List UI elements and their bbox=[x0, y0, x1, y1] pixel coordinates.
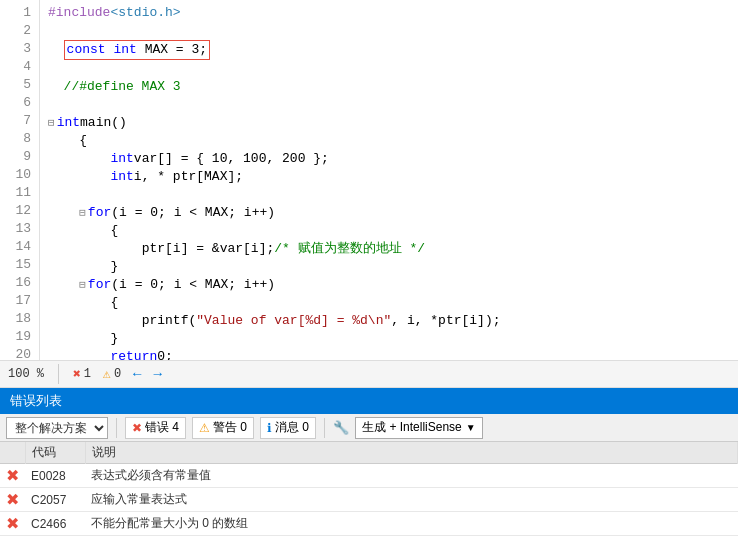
code-line-6 bbox=[48, 96, 730, 114]
line-numbers: 1 2 3 4 5 6 7 8 9 10 11 12 13 14 15 16 1… bbox=[0, 0, 40, 360]
ptr-assign: ptr[i] = &var[i]; bbox=[142, 240, 275, 258]
fold-icon-7[interactable]: ⊟ bbox=[48, 114, 55, 132]
comment-define: //#define MAX 3 bbox=[64, 78, 181, 96]
error-number: 1 bbox=[84, 367, 91, 381]
nav-left-arrow[interactable]: ← bbox=[133, 366, 141, 382]
highlighted-statement: const int MAX = 3; bbox=[64, 40, 210, 60]
table-header-row: 代码 说明 bbox=[0, 442, 738, 464]
zoom-level: 100 % bbox=[8, 367, 44, 381]
desc-c2057: 应输入常量表达式 bbox=[91, 492, 187, 506]
code-line-2 bbox=[48, 22, 730, 40]
code-editor: 1 2 3 4 5 6 7 8 9 10 11 12 13 14 15 16 1… bbox=[0, 0, 738, 360]
code-line-1: #include <stdio.h> bbox=[48, 4, 730, 22]
printf-args: , i, *ptr[i]); bbox=[391, 312, 500, 330]
include-path: <stdio.h> bbox=[110, 4, 180, 22]
return-kw: return bbox=[110, 348, 157, 360]
col-header-desc: 说明 bbox=[85, 442, 738, 464]
code-e0028: E0028 bbox=[31, 469, 66, 483]
code-c2057: C2057 bbox=[31, 493, 66, 507]
row-desc-c2133: "ptr": 未知的大小 bbox=[85, 536, 738, 542]
warning-icon-status: ⚠ bbox=[103, 366, 111, 382]
error-row-c2133[interactable]: ✖ C2133 "ptr": 未知的大小 bbox=[0, 536, 738, 542]
row-icon-c2466: ✖ bbox=[0, 512, 25, 536]
int-kw: int bbox=[113, 42, 136, 57]
fold-icon-16[interactable]: ⊟ bbox=[79, 276, 86, 294]
error-panel-title: 错误列表 bbox=[0, 388, 738, 414]
build-button[interactable]: 生成 + IntelliSense ▼ bbox=[355, 417, 483, 439]
code-line-15: } bbox=[48, 258, 730, 276]
error-row-c2466[interactable]: ✖ C2466 不能分配常量大小为 0 的数组 bbox=[0, 512, 738, 536]
preprocessor: #include bbox=[48, 4, 110, 22]
error-badge-label: 错误 4 bbox=[145, 419, 179, 436]
code-line-4 bbox=[48, 60, 730, 78]
error-panel-toolbar: 整个解决方案 ✖ 错误 4 ⚠ 警告 0 ℹ 消息 0 🔧 生成 + Intel… bbox=[0, 414, 738, 442]
filter-icon: 🔧 bbox=[333, 420, 349, 435]
toolbar-sep-2 bbox=[324, 418, 325, 438]
row-code-c2133: C2133 bbox=[25, 536, 85, 542]
error-icon-c2466: ✖ bbox=[6, 515, 19, 532]
code-line-20: return 0; bbox=[48, 348, 730, 360]
code-line-18: printf("Value of var[%d] = %d\n", i, *pt… bbox=[48, 312, 730, 330]
nav-right-arrow[interactable]: → bbox=[153, 366, 161, 382]
info-badge-icon: ℹ bbox=[267, 421, 272, 435]
close-brace-for2: } bbox=[48, 330, 118, 348]
const-kw: const bbox=[67, 42, 114, 57]
fold-icon-12[interactable]: ⊟ bbox=[79, 204, 86, 222]
warning-badge-icon: ⚠ bbox=[199, 421, 210, 435]
code-line-14: ptr[i] = &var[i]; /* 赋值为整数的地址 */ bbox=[48, 240, 730, 258]
open-brace-for1: { bbox=[48, 222, 118, 240]
error-table: 代码 说明 ✖ E0028 表达式必须含有常量值 ✖ C2057 应输入常量表达… bbox=[0, 442, 738, 541]
warning-number: 0 bbox=[114, 367, 121, 381]
code-line-16: ⊟for (i = 0; i < MAX; i++) bbox=[48, 276, 730, 294]
return-val: 0; bbox=[157, 348, 173, 360]
row-icon-c2133: ✖ bbox=[0, 536, 25, 542]
int-kw-ptr: int bbox=[110, 168, 133, 186]
code-line-12: ⊟for (i = 0; i < MAX; i++) bbox=[48, 204, 730, 222]
build-dropdown-icon: ▼ bbox=[466, 422, 476, 433]
for-kw-1: for bbox=[88, 204, 111, 222]
error-filter-select[interactable]: 整个解决方案 bbox=[6, 417, 108, 439]
error-count: ✖ 1 bbox=[73, 366, 91, 382]
separator-1 bbox=[58, 364, 59, 384]
desc-c2466: 不能分配常量大小为 0 的数组 bbox=[91, 516, 248, 530]
warning-badge-label: 警告 0 bbox=[213, 419, 247, 436]
col-header-code: 代码 bbox=[25, 442, 85, 464]
error-icon-status: ✖ bbox=[73, 366, 81, 382]
max-decl: MAX = 3; bbox=[137, 42, 207, 57]
code-line-17: { bbox=[48, 294, 730, 312]
code-line-11 bbox=[48, 186, 730, 204]
code-line-10: int i, * ptr[MAX]; bbox=[48, 168, 730, 186]
code-line-8: { bbox=[48, 132, 730, 150]
code-c2466: C2466 bbox=[31, 517, 66, 531]
code-line-3: const int MAX = 3; bbox=[48, 40, 730, 60]
build-button-label: 生成 + IntelliSense bbox=[362, 419, 462, 436]
var-decl: var[] = { 10, 100, 200 }; bbox=[134, 150, 329, 168]
printf-call: printf( bbox=[142, 312, 197, 330]
row-desc-c2466: 不能分配常量大小为 0 的数组 bbox=[85, 512, 738, 536]
status-bar: 100 % ✖ 1 ⚠ 0 ← → bbox=[0, 360, 738, 388]
for-cond-2: (i = 0; i < MAX; i++) bbox=[111, 276, 275, 294]
int-kw-var: int bbox=[110, 150, 133, 168]
error-row-c2057[interactable]: ✖ C2057 应输入常量表达式 bbox=[0, 488, 738, 512]
main-sig: main() bbox=[80, 114, 127, 132]
code-line-13: { bbox=[48, 222, 730, 240]
for-kw-2: for bbox=[88, 276, 111, 294]
col-header-icon bbox=[0, 442, 25, 464]
error-icon-c2057: ✖ bbox=[6, 491, 19, 508]
info-badge-label: 消息 0 bbox=[275, 419, 309, 436]
code-line-9: int var[] = { 10, 100, 200 }; bbox=[48, 150, 730, 168]
row-icon-e0028: ✖ bbox=[0, 464, 25, 488]
close-brace-for1: } bbox=[48, 258, 118, 276]
format-string: "Value of var[%d] = %d\n" bbox=[196, 312, 391, 330]
error-panel-title-text: 错误列表 bbox=[10, 392, 62, 410]
code-line-5: //#define MAX 3 bbox=[48, 78, 730, 96]
row-code-c2466: C2466 bbox=[25, 512, 85, 536]
row-desc-c2057: 应输入常量表达式 bbox=[85, 488, 738, 512]
toolbar-sep-1 bbox=[116, 418, 117, 438]
error-badge-icon: ✖ bbox=[132, 421, 142, 435]
error-row-e0028[interactable]: ✖ E0028 表达式必须含有常量值 bbox=[0, 464, 738, 488]
col-desc-label: 说明 bbox=[92, 445, 116, 459]
col-code-label: 代码 bbox=[32, 445, 56, 459]
info-badge: ℹ 消息 0 bbox=[260, 417, 316, 439]
warning-badge: ⚠ 警告 0 bbox=[192, 417, 254, 439]
